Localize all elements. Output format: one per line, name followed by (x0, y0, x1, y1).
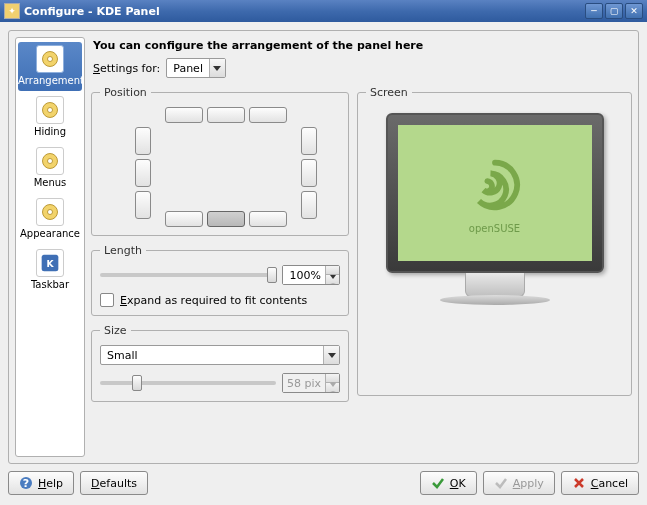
settings-for-combo[interactable]: Panel (166, 58, 226, 78)
apply-button: Apply (483, 471, 555, 495)
sidebar-item-hiding[interactable]: Hiding (18, 93, 82, 142)
maximize-button[interactable]: ▢ (605, 3, 623, 19)
sidebar-item-appearance[interactable]: Appearance (18, 195, 82, 244)
expand-checkbox[interactable] (100, 293, 114, 307)
svg-point-3 (48, 108, 53, 113)
help-button[interactable]: ? Help (8, 471, 74, 495)
sidebar-item-label: Hiding (18, 126, 82, 137)
settings-for-label: Settings for: (93, 62, 160, 75)
svg-text:?: ? (23, 477, 29, 490)
length-group: Length (91, 244, 349, 316)
sidebar-item-label: Arrangement (18, 75, 82, 86)
sidebar-item-arrangement[interactable]: Arrangement (18, 42, 82, 91)
cancel-icon (572, 476, 586, 490)
ok-button[interactable]: OK (420, 471, 477, 495)
app-icon: ✦ (4, 3, 20, 19)
sidebar-item-label: Menus (18, 177, 82, 188)
expand-label: Expand as required to fit contents (120, 294, 307, 307)
slider-thumb[interactable] (267, 267, 277, 283)
left-column: Position (91, 86, 349, 457)
gear-icon (36, 147, 64, 175)
position-group: Position (91, 86, 349, 236)
size-slider[interactable] (100, 381, 276, 385)
checkmark-icon (431, 476, 445, 490)
size-group: Size Small (91, 324, 349, 402)
length-value-input[interactable] (283, 266, 325, 284)
help-icon: ? (19, 476, 33, 490)
position-left-top[interactable] (135, 127, 151, 155)
svg-text:K: K (46, 258, 54, 269)
sidebar: Arrangement Hiding Menus Appearance (15, 37, 85, 457)
slider-thumb[interactable] (132, 375, 142, 391)
defaults-button[interactable]: Defaults (80, 471, 148, 495)
size-slider-row (100, 373, 340, 393)
cancel-label: Cancel (591, 477, 628, 490)
defaults-label: Defaults (91, 477, 137, 490)
close-button[interactable]: ✕ (625, 3, 643, 19)
monitor-frame: openSUSE (386, 113, 604, 273)
length-spinbox[interactable] (282, 265, 340, 285)
window-body: Arrangement Hiding Menus Appearance (0, 22, 647, 505)
position-right-top[interactable] (301, 127, 317, 155)
length-row (100, 265, 340, 285)
position-left-middle[interactable] (135, 159, 151, 187)
checkmark-icon (494, 476, 508, 490)
spin-down-button (326, 383, 339, 392)
kde-icon: K (36, 249, 64, 277)
minimize-button[interactable]: ─ (585, 3, 603, 19)
spin-up-button[interactable] (326, 266, 339, 275)
sidebar-item-taskbar[interactable]: K Taskbar (18, 246, 82, 295)
spin-buttons (325, 374, 339, 392)
position-right-bottom[interactable] (301, 191, 317, 219)
size-combo[interactable]: Small (100, 345, 340, 365)
sidebar-item-label: Taskbar (18, 279, 82, 290)
screen-group: Screen openSUSE (357, 86, 632, 396)
chevron-down-icon (323, 346, 339, 364)
right-column: Screen openSUSE (357, 86, 632, 457)
gear-icon (36, 45, 64, 73)
gear-icon (36, 198, 64, 226)
settings-for-row: Settings for: Panel (93, 58, 632, 78)
monitor-screen: openSUSE (398, 125, 592, 261)
svg-point-5 (48, 159, 53, 164)
position-bottom-right[interactable] (249, 211, 287, 227)
position-bottom-left[interactable] (165, 211, 203, 227)
monitor-base (440, 295, 550, 305)
monitor-stand (465, 273, 525, 297)
titlebar: ✦ Configure - KDE Panel ─ ▢ ✕ (0, 0, 647, 22)
main-frame: Arrangement Hiding Menus Appearance (8, 30, 639, 464)
length-legend: Length (100, 244, 146, 257)
sidebar-item-label: Appearance (18, 228, 82, 239)
help-label: Help (38, 477, 63, 490)
content-area: You can configure the arrangement of the… (91, 37, 632, 457)
size-legend: Size (100, 324, 131, 337)
cancel-button[interactable]: Cancel (561, 471, 639, 495)
position-left-bottom[interactable] (135, 191, 151, 219)
position-top-left[interactable] (165, 107, 203, 123)
spin-up-button (326, 374, 339, 383)
size-pixels-spinbox (282, 373, 340, 393)
position-top-right[interactable] (249, 107, 287, 123)
spin-buttons (325, 266, 339, 284)
position-top-center[interactable] (207, 107, 245, 123)
columns: Position (91, 86, 632, 457)
size-value: Small (101, 349, 323, 362)
position-right-middle[interactable] (301, 159, 317, 187)
brand-text: openSUSE (469, 223, 520, 234)
svg-point-1 (48, 57, 53, 62)
chevron-down-icon (209, 59, 225, 77)
screen-legend: Screen (366, 86, 412, 99)
ok-label: OK (450, 477, 466, 490)
expand-row: Expand as required to fit contents (100, 293, 340, 307)
opensuse-logo-icon (463, 153, 527, 217)
settings-for-value: Panel (167, 62, 209, 75)
position-bottom-center[interactable] (207, 211, 245, 227)
size-pixels-input (283, 374, 325, 392)
sidebar-item-menus[interactable]: Menus (18, 144, 82, 193)
svg-point-7 (48, 210, 53, 215)
button-bar: ? Help Defaults OK Apply Cancel (8, 469, 639, 497)
gear-icon (36, 96, 64, 124)
position-grid (105, 107, 335, 227)
length-slider[interactable] (100, 273, 276, 277)
spin-down-button[interactable] (326, 275, 339, 284)
